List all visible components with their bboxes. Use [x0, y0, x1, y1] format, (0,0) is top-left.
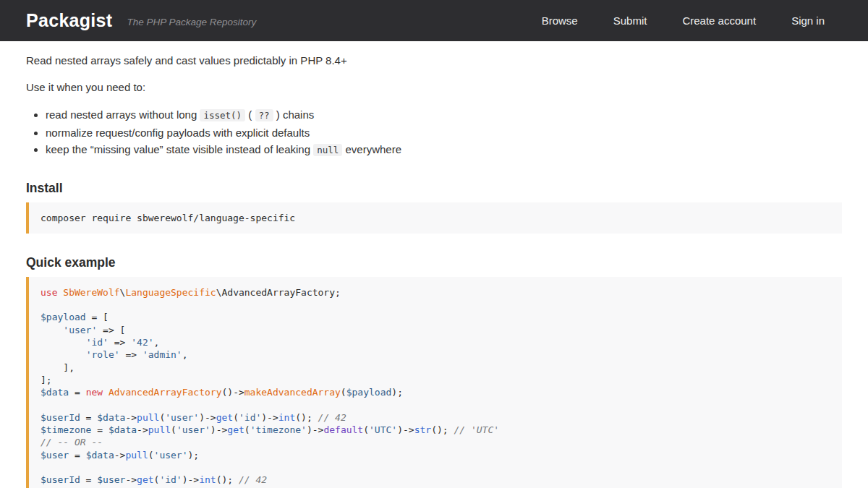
nav-sign-in[interactable]: Sign in [791, 14, 825, 27]
feature-item: keep the “missing value” state visible i… [46, 141, 842, 159]
main-nav: Browse Submit Create account Sign in [542, 14, 825, 27]
install-heading: Install [26, 181, 842, 196]
inline-code: null [313, 144, 342, 156]
readme-content: Read nested arrays safely and cast value… [0, 41, 868, 488]
feature-item: read nested arrays without long isset() … [46, 106, 842, 124]
packagist-logo[interactable]: Packagist [26, 10, 112, 31]
inline-code: ?? [255, 109, 273, 121]
site-tagline: The PHP Package Repository [127, 17, 256, 27]
site-header: Packagist The PHP Package Repository Bro… [0, 0, 868, 41]
inline-code: isset() [200, 109, 245, 121]
install-code-text: composer require sbwerewolf/language-spe… [41, 213, 295, 223]
nav-create-account[interactable]: Create account [682, 14, 756, 27]
use-when-text: Use it when you need to: [26, 80, 842, 95]
install-code: composer require sbwerewolf/language-spe… [26, 202, 842, 234]
nav-submit[interactable]: Submit [613, 14, 647, 27]
example-code: use SbWereWolf\LanguageSpecific\Advanced… [26, 277, 842, 488]
nav-browse[interactable]: Browse [542, 14, 578, 27]
feature-list: read nested arrays without long isset() … [26, 106, 842, 159]
example-heading: Quick example [26, 255, 842, 270]
intro-text: Read nested arrays safely and cast value… [26, 53, 842, 68]
feature-item: normalize request/config payloads with e… [46, 124, 842, 142]
